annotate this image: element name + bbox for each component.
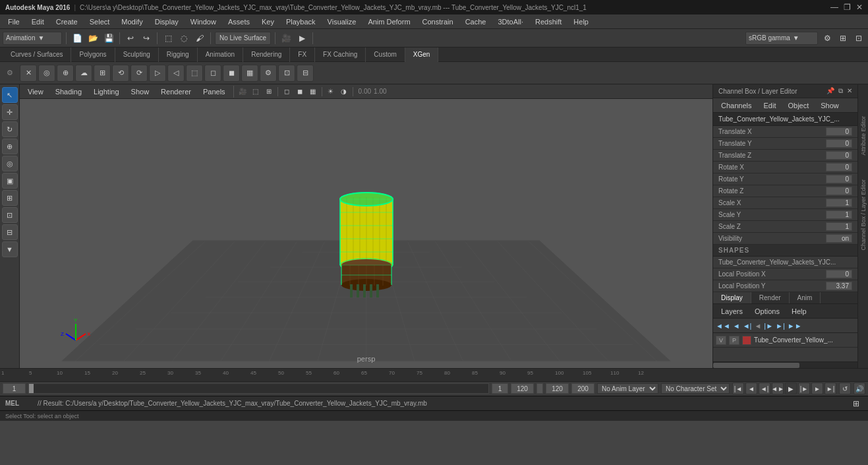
redo-btn[interactable]: ↪ [140, 32, 153, 45]
attr-editor-tab-label[interactable]: Attribute Editor [859, 111, 868, 161]
grid-btn[interactable]: ⊞ [836, 32, 850, 45]
layer-visibility[interactable]: V [716, 336, 726, 345]
sculpt-btn[interactable]: ⊡ [2, 207, 18, 223]
viewport-menu-show[interactable]: Show [126, 86, 155, 97]
status-icon-btn[interactable]: ⊞ [850, 397, 863, 410]
channel-value[interactable]: 0 [826, 139, 852, 148]
shelf-icon-7[interactable]: ▷ [149, 65, 166, 82]
anim-layer-dropdown[interactable]: No Anim Layer [597, 383, 658, 394]
cam-btn[interactable]: 🎥 [279, 32, 293, 45]
colorspace-dropdown[interactable]: sRGB gamma ▼ [745, 32, 818, 45]
shelf-icon-10[interactable]: ◻ [204, 65, 221, 82]
restore-button[interactable]: ❐ [844, 3, 851, 12]
shelf-tab-fx[interactable]: FX [290, 47, 315, 62]
viewport[interactable]: X Z Y persp [20, 99, 712, 368]
shelf-icon-15[interactable]: ⊟ [297, 65, 314, 82]
shelf-icon-11[interactable]: ◼ [223, 65, 240, 82]
shelf-tab-rigging[interactable]: Rigging [159, 47, 198, 62]
shelf-icon-13[interactable]: ⚙ [260, 65, 277, 82]
channel-row[interactable]: Scale Y1 [713, 209, 857, 221]
channel-value[interactable]: 1 [826, 199, 852, 207]
display-tab-render[interactable]: Render [751, 292, 790, 303]
menu-item-constrain[interactable]: Constrain [417, 16, 459, 27]
select-btn[interactable]: ⬚ [161, 32, 175, 45]
new-file-btn[interactable]: 📄 [71, 32, 84, 45]
panel-float-icon[interactable]: ⧉ [838, 87, 843, 95]
layer-arrow-right3[interactable]: ►► [788, 322, 802, 330]
soft-mod-btn[interactable]: ▣ [2, 173, 18, 189]
lasso-btn[interactable]: ◌ [177, 32, 190, 45]
vp-smooth-icon[interactable]: ◼ [294, 86, 306, 98]
shelf-icon-3[interactable]: ☁ [75, 65, 92, 82]
channel-value[interactable]: 0 [826, 175, 852, 183]
timeline-ruler[interactable]: 1510152025303540455055606570758085909510… [0, 369, 868, 382]
skip-end-btn[interactable]: ►| [825, 383, 836, 394]
shelf-icon-6[interactable]: ⟳ [130, 65, 148, 82]
menu-item-display[interactable]: Display [150, 16, 184, 27]
vp-light-icon[interactable]: ☀ [325, 86, 337, 98]
channel-value[interactable]: 0 [826, 163, 852, 171]
layer-menu-layers[interactable]: Layers [716, 306, 748, 317]
script-mode-indicator[interactable]: MEL [5, 400, 19, 407]
display-tab-display[interactable]: Display [713, 292, 751, 303]
channel-row[interactable]: Rotate Y0 [713, 173, 857, 185]
channel-row[interactable]: Scale X1 [713, 197, 857, 209]
menu-item-redshift[interactable]: Redshift [530, 16, 567, 27]
layer-arrow-left3[interactable]: ◄| [743, 322, 752, 330]
vp-grid-icon[interactable]: ⊞ [263, 86, 275, 98]
shelf-tab-xgen[interactable]: XGen [405, 47, 439, 62]
shelf-icon-4[interactable]: ⊞ [94, 65, 111, 82]
loop-btn[interactable]: ↺ [839, 383, 851, 394]
layer-arrow-left2[interactable]: ◄ [733, 322, 740, 330]
channel-row[interactable]: Rotate X0 [713, 162, 857, 173]
shelf-tab-sculpting[interactable]: Sculpting [115, 47, 159, 62]
viewport-menu-renderer[interactable]: Renderer [156, 86, 196, 97]
menu-item-modify[interactable]: Modify [116, 16, 148, 27]
settings-btn[interactable]: ⚙ [821, 32, 834, 45]
shelf-icon-9[interactable]: ⬚ [186, 65, 203, 82]
panel-close-icon[interactable]: ✕ [847, 87, 852, 95]
channel-menu-show[interactable]: Show [815, 100, 844, 111]
shelf-icon-14[interactable]: ⊡ [278, 65, 295, 82]
paint-btn[interactable]: 🖌 [193, 32, 206, 45]
layer-scrollbar-thumb[interactable] [713, 363, 799, 368]
shelf-icon-2[interactable]: ⊕ [57, 65, 74, 82]
menu-item-anim_deform[interactable]: Anim Deform [362, 16, 415, 27]
menu-item-assets[interactable]: Assets [223, 16, 255, 27]
channel-value[interactable]: 1 [826, 222, 852, 231]
select-tool-btn[interactable]: ↖ [2, 87, 18, 103]
next-frame-btn[interactable]: ► [811, 383, 823, 394]
save-file-btn[interactable]: 💾 [102, 32, 115, 45]
open-file-btn[interactable]: 📂 [86, 32, 100, 45]
channel-box-tab-label[interactable]: Channel Box / Layer Editor [859, 174, 868, 256]
play-fwd-btn[interactable]: ▶ [785, 383, 797, 394]
vp-film-icon[interactable]: ⬚ [250, 86, 262, 98]
shelf-icon-0[interactable]: ✕ [20, 65, 37, 82]
anim-end2-input[interactable] [571, 383, 594, 394]
shelf-icon-5[interactable]: ⟲ [112, 65, 129, 82]
mode-dropdown[interactable]: Animation ▼ [3, 32, 62, 45]
current-frame-input[interactable] [3, 383, 26, 394]
layer-color-swatch[interactable] [742, 336, 751, 345]
scale-tool-btn[interactable]: ⊕ [2, 139, 18, 154]
panel-pin-icon[interactable]: 📌 [826, 87, 834, 95]
channel-row[interactable]: Translate Z0 [713, 150, 857, 162]
vp-shadow-icon[interactable]: ◑ [338, 86, 350, 98]
display-tab-anim[interactable]: Anim [790, 292, 821, 303]
layer-arrow-right[interactable]: |► [764, 322, 773, 330]
channel-value[interactable]: 0 [826, 151, 852, 160]
layer-pickable[interactable]: P [729, 336, 739, 345]
layer-scrollbar[interactable] [713, 361, 857, 368]
shelf-icon-12[interactable]: ▦ [241, 65, 258, 82]
menu-item-3dtoall·[interactable]: 3DtoAll· [492, 16, 529, 27]
layer-arrow-center[interactable]: ◄ [754, 322, 761, 330]
vp-cam-icon[interactable]: 🎥 [237, 86, 248, 98]
view-btn[interactable]: ⊡ [852, 32, 865, 45]
shelf-tab-rendering[interactable]: Rendering [243, 47, 290, 62]
layer-row[interactable]: V P Tube_Converter_Yellow_... [713, 333, 857, 348]
menu-item-visualize[interactable]: Visualize [322, 16, 362, 27]
layer-menu-help[interactable]: Help [786, 306, 812, 317]
snap-settings-btn[interactable]: ▼ [2, 241, 18, 257]
channel-menu-edit[interactable]: Edit [758, 100, 781, 111]
menu-item-create[interactable]: Create [51, 16, 83, 27]
